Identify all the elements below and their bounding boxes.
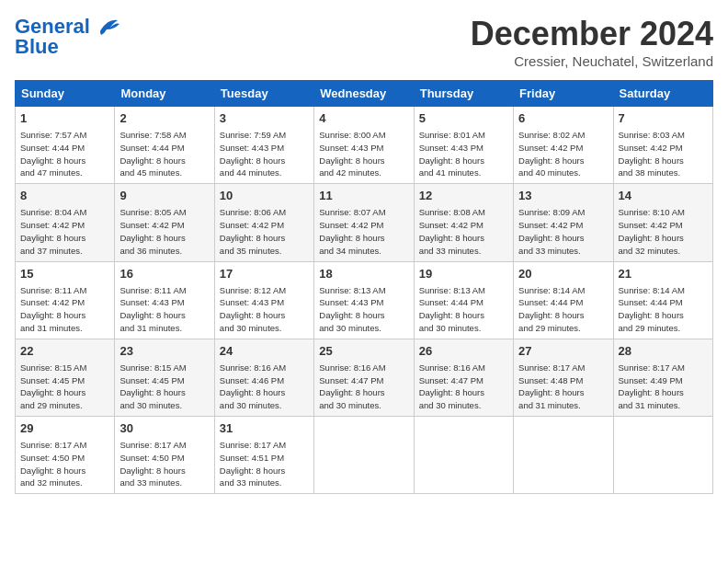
calendar-cell: 22Sunrise: 8:15 AM Sunset: 4:45 PM Dayli… xyxy=(16,339,115,416)
calendar-cell: 26Sunrise: 8:16 AM Sunset: 4:47 PM Dayli… xyxy=(414,339,513,416)
calendar-cell: 24Sunrise: 8:16 AM Sunset: 4:46 PM Dayli… xyxy=(214,339,313,416)
day-number: 5 xyxy=(419,110,508,127)
page-header: General Blue December 2024 Cressier, Neu… xyxy=(15,15,713,69)
day-number: 4 xyxy=(319,110,408,127)
day-info: Sunrise: 8:17 AM Sunset: 4:48 PM Dayligh… xyxy=(518,362,608,412)
day-number: 17 xyxy=(220,266,309,282)
day-info: Sunrise: 8:15 AM Sunset: 4:45 PM Dayligh… xyxy=(119,362,209,412)
calendar-cell: 16Sunrise: 8:11 AM Sunset: 4:43 PM Dayli… xyxy=(115,261,214,339)
day-number: 20 xyxy=(518,266,608,282)
day-number: 8 xyxy=(20,188,109,204)
calendar-cell: 23Sunrise: 8:15 AM Sunset: 4:45 PM Dayli… xyxy=(115,339,214,416)
header-wednesday: Wednesday xyxy=(314,81,414,107)
day-number: 26 xyxy=(419,343,508,360)
day-info: Sunrise: 8:16 AM Sunset: 4:46 PM Dayligh… xyxy=(220,362,309,412)
day-info: Sunrise: 8:00 AM Sunset: 4:43 PM Dayligh… xyxy=(319,129,408,179)
day-info: Sunrise: 8:02 AM Sunset: 4:42 PM Dayligh… xyxy=(518,129,608,179)
week-row-1: 1Sunrise: 7:57 AM Sunset: 4:44 PM Daylig… xyxy=(16,107,713,184)
day-number: 29 xyxy=(20,420,109,437)
calendar-cell: 14Sunrise: 8:10 AM Sunset: 4:42 PM Dayli… xyxy=(613,184,712,261)
location: Cressier, Neuchatel, Switzerland xyxy=(471,53,713,69)
day-number: 23 xyxy=(119,343,209,360)
day-number: 14 xyxy=(619,188,708,204)
month-title: December 2024 xyxy=(471,15,713,53)
day-info: Sunrise: 7:59 AM Sunset: 4:43 PM Dayligh… xyxy=(220,129,309,179)
day-info: Sunrise: 8:17 AM Sunset: 4:50 PM Dayligh… xyxy=(20,439,109,489)
logo-blue: Blue xyxy=(15,35,59,59)
calendar-cell: 4Sunrise: 8:00 AM Sunset: 4:43 PM Daylig… xyxy=(314,107,414,184)
calendar-table: SundayMondayTuesdayWednesdayThursdayFrid… xyxy=(15,80,713,494)
day-number: 3 xyxy=(220,110,309,127)
week-row-2: 8Sunrise: 8:04 AM Sunset: 4:42 PM Daylig… xyxy=(16,184,713,261)
day-info: Sunrise: 8:11 AM Sunset: 4:42 PM Dayligh… xyxy=(20,284,109,335)
calendar-cell: 20Sunrise: 8:14 AM Sunset: 4:44 PM Dayli… xyxy=(514,261,613,339)
calendar-cell: 27Sunrise: 8:17 AM Sunset: 4:48 PM Dayli… xyxy=(514,339,613,416)
calendar-cell: 18Sunrise: 8:13 AM Sunset: 4:43 PM Dayli… xyxy=(314,261,414,339)
day-number: 18 xyxy=(319,266,408,282)
logo: General Blue xyxy=(15,15,119,59)
calendar-cell: 29Sunrise: 8:17 AM Sunset: 4:50 PM Dayli… xyxy=(16,417,115,494)
calendar-cell: 15Sunrise: 8:11 AM Sunset: 4:42 PM Dayli… xyxy=(16,261,115,339)
day-number: 27 xyxy=(518,343,608,360)
header-friday: Friday xyxy=(514,81,613,107)
day-number: 1 xyxy=(20,110,109,127)
day-number: 19 xyxy=(419,266,508,282)
day-info: Sunrise: 8:06 AM Sunset: 4:42 PM Dayligh… xyxy=(220,206,309,257)
day-info: Sunrise: 8:08 AM Sunset: 4:42 PM Dayligh… xyxy=(419,206,508,257)
calendar-cell: 3Sunrise: 7:59 AM Sunset: 4:43 PM Daylig… xyxy=(214,107,313,184)
calendar-cell xyxy=(613,417,712,494)
calendar-cell: 13Sunrise: 8:09 AM Sunset: 4:42 PM Dayli… xyxy=(514,184,613,261)
day-info: Sunrise: 8:07 AM Sunset: 4:42 PM Dayligh… xyxy=(319,206,408,257)
week-row-4: 22Sunrise: 8:15 AM Sunset: 4:45 PM Dayli… xyxy=(16,339,713,416)
calendar-cell: 12Sunrise: 8:08 AM Sunset: 4:42 PM Dayli… xyxy=(414,184,513,261)
day-info: Sunrise: 8:04 AM Sunset: 4:42 PM Dayligh… xyxy=(20,206,109,257)
day-info: Sunrise: 8:17 AM Sunset: 4:50 PM Dayligh… xyxy=(119,439,209,489)
header-saturday: Saturday xyxy=(613,81,712,107)
day-number: 12 xyxy=(419,188,508,204)
calendar-cell: 19Sunrise: 8:13 AM Sunset: 4:44 PM Dayli… xyxy=(414,261,513,339)
calendar-cell: 1Sunrise: 7:57 AM Sunset: 4:44 PM Daylig… xyxy=(16,107,115,184)
day-number: 15 xyxy=(20,266,109,282)
day-info: Sunrise: 7:58 AM Sunset: 4:44 PM Dayligh… xyxy=(119,129,209,179)
day-number: 30 xyxy=(119,420,209,437)
calendar-cell xyxy=(514,417,613,494)
title-block: December 2024 Cressier, Neuchatel, Switz… xyxy=(471,15,713,69)
day-info: Sunrise: 8:13 AM Sunset: 4:43 PM Dayligh… xyxy=(319,284,408,335)
week-row-3: 15Sunrise: 8:11 AM Sunset: 4:42 PM Dayli… xyxy=(16,261,713,339)
day-number: 21 xyxy=(619,266,708,282)
day-number: 7 xyxy=(619,110,708,127)
header-thursday: Thursday xyxy=(414,81,513,107)
calendar-cell: 9Sunrise: 8:05 AM Sunset: 4:42 PM Daylig… xyxy=(115,184,214,261)
day-info: Sunrise: 8:01 AM Sunset: 4:43 PM Dayligh… xyxy=(419,129,508,179)
day-info: Sunrise: 8:16 AM Sunset: 4:47 PM Dayligh… xyxy=(319,362,408,412)
logo-bird-icon xyxy=(92,17,119,37)
day-info: Sunrise: 7:57 AM Sunset: 4:44 PM Dayligh… xyxy=(20,129,109,179)
calendar-cell: 10Sunrise: 8:06 AM Sunset: 4:42 PM Dayli… xyxy=(214,184,313,261)
day-number: 10 xyxy=(220,188,309,204)
day-info: Sunrise: 8:03 AM Sunset: 4:42 PM Dayligh… xyxy=(619,129,708,179)
calendar-cell: 17Sunrise: 8:12 AM Sunset: 4:43 PM Dayli… xyxy=(214,261,313,339)
day-info: Sunrise: 8:16 AM Sunset: 4:47 PM Dayligh… xyxy=(419,362,508,412)
day-info: Sunrise: 8:12 AM Sunset: 4:43 PM Dayligh… xyxy=(220,284,309,335)
calendar-cell: 5Sunrise: 8:01 AM Sunset: 4:43 PM Daylig… xyxy=(414,107,513,184)
day-number: 28 xyxy=(619,343,708,360)
day-info: Sunrise: 8:13 AM Sunset: 4:44 PM Dayligh… xyxy=(419,284,508,335)
day-info: Sunrise: 8:14 AM Sunset: 4:44 PM Dayligh… xyxy=(619,284,708,335)
day-number: 24 xyxy=(220,343,309,360)
calendar-cell: 28Sunrise: 8:17 AM Sunset: 4:49 PM Dayli… xyxy=(613,339,712,416)
day-info: Sunrise: 8:17 AM Sunset: 4:51 PM Dayligh… xyxy=(220,439,309,489)
calendar-cell xyxy=(314,417,414,494)
calendar-cell: 31Sunrise: 8:17 AM Sunset: 4:51 PM Dayli… xyxy=(214,417,313,494)
day-number: 16 xyxy=(119,266,209,282)
calendar-cell: 11Sunrise: 8:07 AM Sunset: 4:42 PM Dayli… xyxy=(314,184,414,261)
day-number: 2 xyxy=(119,110,209,127)
calendar-cell: 6Sunrise: 8:02 AM Sunset: 4:42 PM Daylig… xyxy=(514,107,613,184)
day-info: Sunrise: 8:09 AM Sunset: 4:42 PM Dayligh… xyxy=(518,206,608,257)
calendar-cell: 30Sunrise: 8:17 AM Sunset: 4:50 PM Dayli… xyxy=(115,417,214,494)
day-info: Sunrise: 8:17 AM Sunset: 4:49 PM Dayligh… xyxy=(619,362,708,412)
day-number: 22 xyxy=(20,343,109,360)
day-info: Sunrise: 8:15 AM Sunset: 4:45 PM Dayligh… xyxy=(20,362,109,412)
calendar-cell: 2Sunrise: 7:58 AM Sunset: 4:44 PM Daylig… xyxy=(115,107,214,184)
calendar-cell: 25Sunrise: 8:16 AM Sunset: 4:47 PM Dayli… xyxy=(314,339,414,416)
day-info: Sunrise: 8:11 AM Sunset: 4:43 PM Dayligh… xyxy=(119,284,209,335)
